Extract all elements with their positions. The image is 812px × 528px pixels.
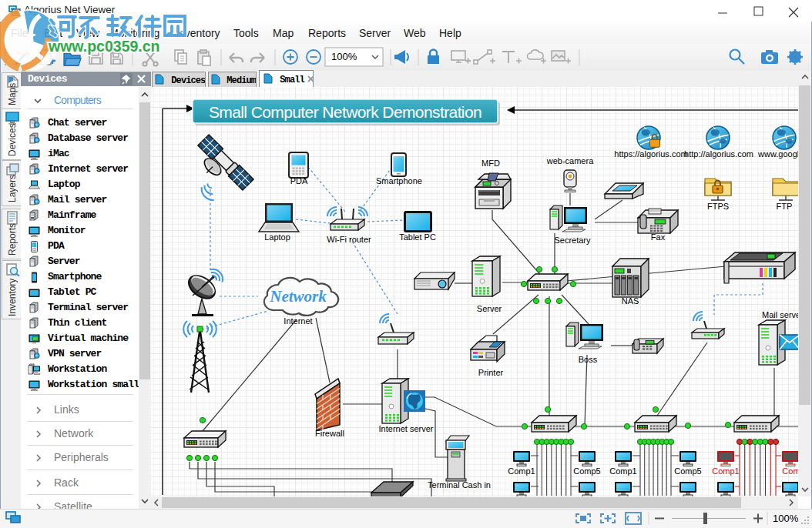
svg-text:Internet: Internet [284, 316, 312, 326]
svg-text:Comp1: Comp1 [508, 466, 535, 476]
svg-text:NAS: NAS [622, 296, 639, 306]
svg-text:Network: Network [269, 287, 327, 306]
svg-text:Fax: Fax [651, 232, 666, 242]
svg-text:web-camera: web-camera [546, 156, 594, 165]
svg-text:Tablet PC: Tablet PC [399, 232, 436, 242]
svg-text:www.pc0359.cn: www.pc0359.cn [48, 38, 160, 55]
svg-text:FTPS: FTPS [707, 202, 729, 211]
svg-text:Wi-Fi router: Wi-Fi router [327, 235, 371, 244]
svg-text:Comp: Comp [782, 466, 798, 476]
svg-text:Printer: Printer [478, 368, 504, 377]
svg-text:Mail server: Mail server [762, 310, 798, 319]
svg-text:http://algorius.com: http://algorius.com [684, 149, 753, 159]
svg-text:Comp1: Comp1 [712, 466, 739, 476]
svg-text:https://algorius.com: https://algorius.com [614, 149, 687, 159]
svg-text:100%: 100% [331, 51, 357, 62]
svg-text:Comp5: Comp5 [573, 466, 600, 476]
svg-text:www.google.: www.google. [757, 149, 798, 159]
svg-text:Internet server: Internet server [379, 424, 434, 433]
svg-text:Boss: Boss [579, 355, 598, 364]
svg-text:Terminal Cash in: Terminal Cash in [428, 480, 491, 490]
svg-text:Smartphone: Smartphone [376, 176, 422, 185]
svg-text:Laptop: Laptop [264, 232, 290, 242]
svg-text:Server: Server [477, 304, 502, 313]
svg-text:Comp5: Comp5 [674, 466, 701, 476]
svg-text:PDA: PDA [290, 176, 308, 185]
svg-text:MFD: MFD [481, 159, 500, 168]
svg-text:Secretary: Secretary [554, 236, 591, 245]
svg-text:Comp1: Comp1 [609, 466, 636, 476]
svg-text:Small Computer Network Demonst: Small Computer Network Demonstration [209, 103, 481, 121]
svg-text:FTP: FTP [777, 202, 793, 211]
svg-text:100%: 100% [773, 513, 799, 524]
svg-text:Firewall: Firewall [315, 429, 344, 438]
